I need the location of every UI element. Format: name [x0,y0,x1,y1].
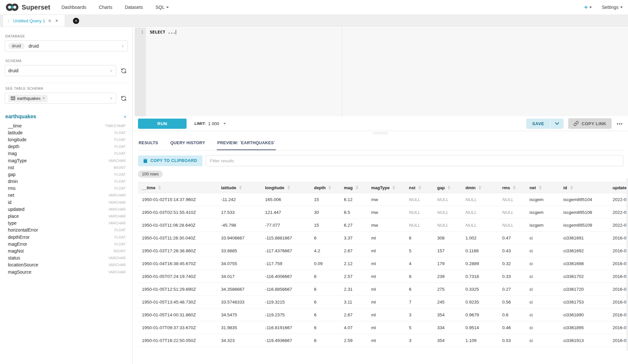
schema-select[interactable]: druid ∨ [5,65,116,76]
save-options-button[interactable] [550,119,564,129]
column-name: latitude [8,130,23,135]
column-header-longitude[interactable]: longitude [262,182,311,193]
sort-icon[interactable] [239,186,242,190]
column-header-gap[interactable]: gap [434,182,462,193]
schema-column-row[interactable]: horizontalErrorFLOAT [5,227,128,234]
schema-column-row[interactable]: nstBIGINT [5,164,128,171]
table-select[interactable]: earthquakes × ∨ [5,93,116,104]
collapse-chevron-icon[interactable]: ∧ [123,114,126,119]
table-row[interactable]: 1950-01-07T09:37:33.670Z31.9835-116.8191… [138,321,628,334]
sql-code-editor[interactable]: 1 SELECT ... [135,28,628,116]
new-item-button[interactable]: + [584,4,592,11]
column-header-net[interactable]: net [526,182,560,193]
schema-column-row[interactable]: depthFLOAT [5,143,128,150]
schema-column-row[interactable]: rmsFLOAT [5,185,128,192]
sort-icon[interactable] [448,186,450,190]
superset-logo[interactable]: Superset [5,3,50,12]
sort-icon[interactable] [418,186,421,190]
schema-column-row[interactable]: latitudeFLOAT [5,129,128,136]
table-row[interactable]: 1950-01-03T17:26:38.860Z33.8885-117.4376… [138,244,628,257]
schema-column-row[interactable]: magNstBIGINT [5,247,128,254]
column-type: VARCHAR [108,200,126,204]
column-header-rms[interactable]: rms [499,182,526,193]
table-row[interactable]: 1950-01-03T11:06:28.640Z-45.798-77.07715… [138,219,628,232]
table-row[interactable]: 1950-01-05T14:00:31.860Z34.5475-119.2375… [138,308,628,321]
column-header-magType[interactable]: magType [368,182,406,193]
schema-column-row[interactable]: gapFLOAT [5,171,128,178]
table-cell: 2022-0 [609,193,628,206]
table-cell: 0.1168 [462,244,499,257]
database-select[interactable]: druid druid ∨ [5,40,128,52]
limit-dropdown[interactable]: LIMIT: 1 000 [194,121,226,126]
drag-handle-icon[interactable]: ⋮ [6,19,10,23]
table-row[interactable]: 1950-01-03T11:26:30.040Z33.9406667-115.8… [138,232,628,244]
sort-icon[interactable] [328,186,331,190]
remove-table-icon[interactable]: × [43,96,45,101]
pane-splitter[interactable] [133,131,628,135]
schema-column-row[interactable]: typeVARCHAR [5,220,128,227]
results-tab-results[interactable]: RESULTS [138,137,159,150]
table-row[interactable]: 1950-01-05T07:24:19.740Z34.017-116.40066… [138,270,628,283]
nav-item-charts[interactable]: Charts [99,5,112,10]
sort-icon[interactable] [513,186,516,190]
schema-column-row[interactable]: updatedVARCHAR [5,206,128,213]
schema-column-row[interactable]: magTypeVARCHAR [5,157,128,164]
nav-item-sql[interactable]: SQL [155,5,169,10]
sort-icon[interactable] [392,186,395,190]
refresh-tables-button[interactable] [119,96,128,101]
save-query-button[interactable]: SAVE [526,119,563,129]
table-row[interactable]: 1950-01-03T02:51:55.410Z17.533121.447306… [138,206,628,219]
schema-column-row[interactable]: placeVARCHAR [5,213,128,219]
table-tag-label: earthquakes [17,96,41,101]
table-row[interactable]: 1950-01-04T16:38:45.670Z34.0755-117.7590… [138,257,628,270]
run-query-button[interactable]: RUN [138,119,187,129]
close-tab-icon[interactable]: × [56,18,58,23]
schema-column-row[interactable]: longitudeFLOAT [5,136,128,143]
sort-icon[interactable] [479,186,481,190]
column-header-mag[interactable]: mag [341,182,368,193]
schema-column-row[interactable]: idVARCHAR [5,199,128,206]
splitter-handle-icon[interactable] [373,132,388,135]
schema-column-row[interactable]: depthErrorFLOAT [5,234,128,240]
results-tab-preview[interactable]: PREVIEW: `EARTHQUAKES` [217,137,276,150]
table-row[interactable]: 1950-01-05T13:45:48.730Z33.5748333-119.3… [138,296,628,308]
results-tab-query-history[interactable]: QUERY HISTORY [170,137,206,150]
schema-column-row[interactable]: __timeTIMESTAMP [5,122,128,129]
schema-column-row[interactable]: dminFLOAT [5,178,128,185]
column-header-id[interactable]: id [560,182,609,193]
add-tab-button[interactable]: + [73,18,79,24]
sort-icon[interactable] [287,186,290,190]
schema-column-row[interactable]: magSourceVARCHAR [5,268,128,275]
column-header-dmin[interactable]: dmin [462,182,499,193]
query-tab-active[interactable]: ⋮ Untitled Query 1 × [3,14,65,27]
sort-icon[interactable] [539,186,542,190]
column-header-latitude[interactable]: latitude [218,182,262,193]
results-scrollbar[interactable] [626,178,628,351]
sort-icon[interactable] [158,186,161,190]
column-header-updated[interactable]: updated [609,182,628,193]
table-row[interactable]: 1950-01-02T15:14:37.960Z-11.242165.00615… [138,193,628,206]
schema-column-row[interactable]: netVARCHAR [5,192,128,199]
filter-results-input[interactable] [206,155,623,166]
schema-column-row[interactable]: magErrorFLOAT [5,240,128,247]
more-options-button[interactable]: ••• [616,120,623,127]
column-type: BIGINT [114,249,126,253]
table-row[interactable]: 1950-01-05T12:51:29.690Z34.3586667-116.8… [138,283,628,296]
schema-column-row[interactable]: statusVARCHAR [5,255,128,262]
column-header-__time[interactable]: __time [138,182,218,193]
column-header-nst[interactable]: nst [406,182,434,193]
sort-icon[interactable] [356,186,358,190]
table-cell: -116.8191667 [262,321,311,334]
nav-item-datasets[interactable]: Datasets [125,5,143,10]
schema-column-row[interactable]: locationSourceVARCHAR [5,262,128,268]
schema-column-row[interactable]: magFLOAT [5,150,128,157]
column-header-depth[interactable]: depth [311,182,341,193]
copy-link-button[interactable]: COPY LINK [568,118,612,129]
refresh-schema-button[interactable] [119,68,128,74]
sort-icon[interactable] [570,186,573,190]
table-name-heading[interactable]: earthquakes [5,114,36,120]
settings-menu[interactable]: Settings [602,5,623,10]
nav-item-dashboards[interactable]: Dashboards [61,5,86,10]
table-row[interactable]: 1950-01-07T16:22:50.050Z34.323-119.49366… [138,334,628,347]
copy-to-clipboard-button[interactable]: COPY TO CLIPBOARD [138,155,202,166]
